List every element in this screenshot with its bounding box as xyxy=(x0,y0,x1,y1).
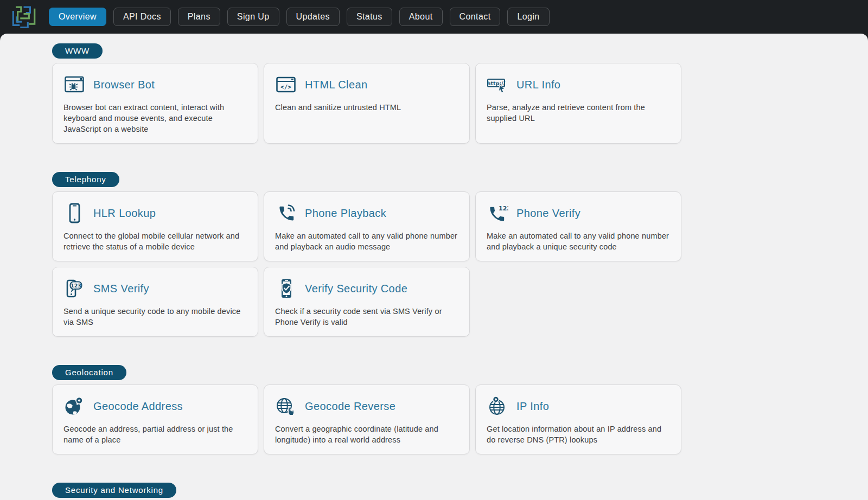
card-verify-security-code[interactable]: Verify Security CodeCheck if a security … xyxy=(264,267,470,337)
section-pill: Telephony xyxy=(52,172,119,187)
card-geocode-address[interactable]: Geocode AddressGeocode an address, parti… xyxy=(52,384,258,454)
card-header: 123 Phone Verify xyxy=(487,202,670,224)
section-pill: Security and Networking xyxy=(52,483,176,498)
card-description: Clean and sanitize untrusted HTML xyxy=(275,102,458,113)
card-phone-verify[interactable]: 123 Phone VerifyMake an automated call t… xyxy=(475,191,681,261)
svg-text:</>: </> xyxy=(280,84,291,91)
card-sms-verify[interactable]: 123 SMS VerifySend a unique security cod… xyxy=(52,267,258,337)
section-pill: WWW xyxy=(52,43,103,59)
nav-item-plans[interactable]: Plans xyxy=(178,8,220,26)
nav-item-status[interactable]: Status xyxy=(347,8,392,26)
card-title: Phone Verify xyxy=(516,207,580,220)
sms-verify-icon: 123 xyxy=(63,278,85,299)
nav-item-updates[interactable]: Updates xyxy=(286,8,340,26)
card-browser-bot[interactable]: Browser BotBrowser bot can extract conte… xyxy=(52,63,258,144)
card-ip-info[interactable]: IP InfoGet location information about an… xyxy=(475,384,681,454)
browser-bot-icon xyxy=(63,74,85,95)
geocode-address-icon xyxy=(63,395,85,417)
url-info-icon: http:// xyxy=(487,74,508,95)
svg-text:123: 123 xyxy=(499,205,508,212)
hlr-lookup-icon xyxy=(63,202,85,224)
card-description: Send a unique security code to any mobil… xyxy=(63,306,247,328)
card-description: Make an automated call to any valid phon… xyxy=(275,230,458,252)
nav-item-sign-up[interactable]: Sign Up xyxy=(227,8,279,26)
card-title: Verify Security Code xyxy=(305,283,407,295)
nav-items: OverviewAPI DocsPlansSign UpUpdatesStatu… xyxy=(49,8,550,26)
nav-item-overview[interactable]: Overview xyxy=(49,8,106,26)
card-description: Geocode an address, partial address or j… xyxy=(63,424,247,445)
section-geolocation: Geolocation Geocode AddressGeocode an ad… xyxy=(52,365,868,454)
geocode-reverse-icon xyxy=(275,395,297,417)
card-header: Geocode Address xyxy=(63,395,247,417)
card-title: Phone Playback xyxy=(305,207,386,220)
card-url-info[interactable]: http:// URL InfoParse, analyze and retri… xyxy=(475,63,681,144)
page-content: WWW Browser BotBrowser bot can extract c… xyxy=(0,34,868,500)
card-title: Browser Bot xyxy=(93,79,155,91)
card-phone-playback[interactable]: Phone PlaybackMake an automated call to … xyxy=(264,191,470,261)
card-header: Verify Security Code xyxy=(275,278,458,299)
card-header: http:// URL Info xyxy=(487,74,670,95)
card-header: IP Info xyxy=(487,395,670,417)
section-telephony: Telephony HLR LookupConnect to the globa… xyxy=(52,172,868,337)
card-description: Get location information about an IP add… xyxy=(487,424,670,445)
phone-verify-icon: 123 xyxy=(487,202,508,224)
card-header: </> HTML Clean xyxy=(275,74,458,95)
section-security-and-networking: Security and Networking xyxy=(52,483,868,500)
ip-info-icon xyxy=(487,395,508,417)
section-pill: Geolocation xyxy=(52,365,126,380)
card-grid: HLR LookupConnect to the global mobile c… xyxy=(52,191,868,337)
svg-text:123: 123 xyxy=(71,283,81,289)
card-title: SMS Verify xyxy=(93,283,149,295)
card-header: 123 SMS Verify xyxy=(63,278,247,299)
card-title: HTML Clean xyxy=(305,79,368,91)
circuit-maze-logo[interactable] xyxy=(9,5,38,30)
html-clean-icon: </> xyxy=(275,74,297,95)
card-header: Phone Playback xyxy=(275,202,458,224)
card-description: Browser bot can extract content, interac… xyxy=(63,102,247,134)
section-www: WWW Browser BotBrowser bot can extract c… xyxy=(52,43,868,144)
card-title: URL Info xyxy=(516,79,560,91)
card-grid: Browser BotBrowser bot can extract conte… xyxy=(52,63,868,144)
phone-playback-icon xyxy=(275,202,297,224)
card-title: Geocode Reverse xyxy=(305,400,395,413)
card-description: Convert a geographic coordinate (latitud… xyxy=(275,424,458,445)
card-description: Check if a security code sent via SMS Ve… xyxy=(275,306,458,328)
nav-item-about[interactable]: About xyxy=(399,8,443,26)
card-header: HLR Lookup xyxy=(63,202,247,224)
card-hlr-lookup[interactable]: HLR LookupConnect to the global mobile c… xyxy=(52,191,258,261)
nav-item-login[interactable]: Login xyxy=(507,8,549,26)
card-header: Browser Bot xyxy=(63,74,247,95)
card-geocode-reverse[interactable]: Geocode ReverseConvert a geographic coor… xyxy=(264,384,470,454)
nav-item-contact[interactable]: Contact xyxy=(450,8,501,26)
card-html-clean[interactable]: </> HTML CleanClean and sanitize untrust… xyxy=(264,63,470,144)
card-title: Geocode Address xyxy=(93,400,183,413)
card-description: Make an automated call to any valid phon… xyxy=(487,230,670,252)
verify-security-code-icon xyxy=(275,278,297,299)
nav-item-api-docs[interactable]: API Docs xyxy=(113,8,171,26)
card-title: IP Info xyxy=(516,400,549,413)
card-header: Geocode Reverse xyxy=(275,395,458,417)
svg-text:http://: http:// xyxy=(487,80,506,86)
card-title: HLR Lookup xyxy=(93,207,156,220)
card-description: Connect to the global mobile cellular ne… xyxy=(63,230,247,252)
card-description: Parse, analyze and retrieve content from… xyxy=(487,102,670,124)
navbar: OverviewAPI DocsPlansSign UpUpdatesStatu… xyxy=(0,0,868,34)
card-grid: Geocode AddressGeocode an address, parti… xyxy=(52,384,868,454)
